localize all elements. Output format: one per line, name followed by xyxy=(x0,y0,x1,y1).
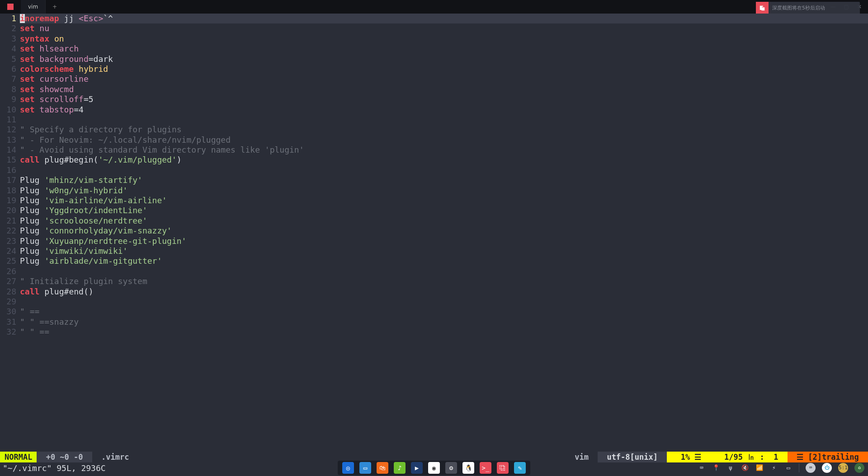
token-str: 'airblade/vim-gitgutter' xyxy=(44,256,162,266)
airline-mode: NORMAL xyxy=(0,452,37,462)
line-number: 9 xyxy=(0,94,18,104)
chrome-icon[interactable]: ◉ xyxy=(428,462,440,474)
qq-icon[interactable]: 🐧 xyxy=(462,462,474,474)
token-neut: Plug xyxy=(20,216,44,225)
token-kw: set xyxy=(20,84,35,94)
code-line[interactable]: inoremap jj <Esc>`^ xyxy=(20,14,868,23)
code-line[interactable]: Plug 'vimwiki/vimwiki' xyxy=(20,246,868,256)
token-kw: call xyxy=(20,287,39,296)
line-number: 28 xyxy=(0,287,18,297)
token-neut: Plug xyxy=(20,196,44,205)
code-line[interactable] xyxy=(20,115,868,125)
code-line[interactable]: call plug#begin('~/.vim/plugged') xyxy=(20,155,868,165)
usb-icon[interactable]: ψ xyxy=(726,464,735,472)
trash-icon[interactable]: ♻ xyxy=(854,463,864,473)
appstore-icon[interactable]: 🛍 xyxy=(377,462,388,474)
launcher-icon[interactable]: ◎ xyxy=(342,462,354,474)
line-number: 20 xyxy=(0,205,18,215)
code-line[interactable]: " Specify a directory for plugins xyxy=(20,125,868,135)
code-line[interactable]: " - Avoid using standard Vim directory n… xyxy=(20,145,868,155)
airline-git: +0 ~0 -0 xyxy=(37,452,92,462)
token-cmt: " Specify a directory for plugins xyxy=(20,125,182,134)
line-number: 32 xyxy=(0,327,18,337)
code-line[interactable]: " " ==snazzy xyxy=(20,317,868,327)
code-line[interactable] xyxy=(20,297,868,307)
new-tab-button[interactable]: + xyxy=(46,0,64,14)
code-line[interactable]: set tabstop=4 xyxy=(20,105,868,115)
code-line[interactable] xyxy=(20,165,868,175)
code-area[interactable]: inoremap jj <Esc>`^set nusyntax onset hl… xyxy=(20,14,868,337)
line-number: 27 xyxy=(0,276,18,286)
code-line[interactable]: Plug 'mhinz/vim-startify' xyxy=(20,175,868,185)
token-opt: background xyxy=(39,54,88,64)
line-number: 11 xyxy=(0,115,18,125)
location-icon[interactable]: 📍 xyxy=(712,464,720,472)
tab-vim[interactable]: vim xyxy=(21,0,46,14)
wifi-icon[interactable]: 📶 xyxy=(755,464,764,472)
airline-filename: .vimrc xyxy=(92,452,134,462)
code-line[interactable] xyxy=(20,266,868,276)
token-opt: <Esc> xyxy=(79,14,103,23)
keyboard-icon[interactable]: ⌨ xyxy=(698,464,706,472)
code-line[interactable]: set background=dark xyxy=(20,54,868,64)
editor-viewport[interactable]: 1234567891011121314151617181920212223242… xyxy=(0,14,868,448)
osk-icon[interactable]: ⌨ xyxy=(806,463,816,473)
code-line[interactable]: Plug 'Yggdroot/indentLine' xyxy=(20,205,868,215)
code-line[interactable]: " " == xyxy=(20,327,868,337)
code-line[interactable]: set nu xyxy=(20,23,868,33)
token-neut: Plug xyxy=(20,186,44,195)
code-line[interactable]: syntax on xyxy=(20,34,868,44)
code-line[interactable]: Plug 'airblade/vim-gitgutter' xyxy=(20,256,868,266)
clock-icon[interactable]: 15:16 xyxy=(838,463,848,473)
code-line[interactable]: call plug#end() xyxy=(20,287,868,297)
token-opt: hlsearch xyxy=(39,44,79,53)
terminal-icon[interactable]: >_ xyxy=(480,462,491,474)
line-number: 23 xyxy=(0,236,18,246)
line-number: 13 xyxy=(0,135,18,145)
code-line[interactable]: set hlsearch xyxy=(20,44,868,54)
code-line[interactable]: Plug 'w0ng/vim-hybrid' xyxy=(20,186,868,196)
line-number: 18 xyxy=(0,186,18,196)
settings-icon[interactable]: ⚙ xyxy=(445,462,457,474)
volume-icon[interactable]: 🔇 xyxy=(741,464,749,472)
bolt-icon[interactable]: ⚡ xyxy=(770,464,778,472)
screenshot-icon[interactable]: ⿻ xyxy=(497,462,509,474)
token-neut xyxy=(35,84,40,94)
code-line[interactable]: " - For Neovim: ~/.local/share/nvim/plug… xyxy=(20,135,868,145)
token-neut: plug#end() xyxy=(39,287,93,296)
code-line[interactable]: " == xyxy=(20,307,868,317)
code-line[interactable]: Plug 'connorholyday/vim-snazzy' xyxy=(20,226,868,236)
token-opt: showcmd xyxy=(39,84,74,94)
power-icon[interactable]: ⏻ xyxy=(822,463,832,473)
editor-icon[interactable]: ✎ xyxy=(514,462,526,474)
music-icon[interactable]: ♪ xyxy=(394,462,406,474)
code-line[interactable]: set cursorline xyxy=(20,74,868,84)
token-cmt: " Initialize plugin system xyxy=(20,276,147,286)
code-line[interactable]: Plug 'scrooloose/nerdtree' xyxy=(20,216,868,226)
line-number: 4 xyxy=(0,44,18,54)
line-number: 16 xyxy=(0,165,18,175)
code-line[interactable]: colorscheme hybrid xyxy=(20,64,868,74)
code-line[interactable]: Plug 'vim-airline/vim-airline' xyxy=(20,196,868,205)
token-cmt: " - For Neovim: ~/.local/share/nvim/plug… xyxy=(20,135,231,145)
code-line[interactable]: Plug 'Xuyuanp/nerdtree-git-plugin' xyxy=(20,236,868,246)
line-number: 17 xyxy=(0,175,18,185)
video-icon[interactable]: ▶ xyxy=(411,462,423,474)
token-neut: Plug xyxy=(20,205,44,215)
token-neut xyxy=(35,54,40,64)
show-desktop-icon[interactable]: ▭ xyxy=(784,464,793,472)
screenshot-notif-icon xyxy=(756,2,769,14)
line-number: 15 xyxy=(0,155,18,165)
os-dock: ◎▭🛍♪▶◉⚙🐧>_⿻✎ xyxy=(338,461,530,475)
line-number: 21 xyxy=(0,216,18,226)
token-str: '~/.vim/plugged' xyxy=(98,155,176,164)
line-number: 8 xyxy=(0,84,18,94)
code-line[interactable]: " Initialize plugin system xyxy=(20,276,868,286)
line-number: 29 xyxy=(0,297,18,307)
line-number: 10 xyxy=(0,105,18,115)
files-icon[interactable]: ▭ xyxy=(359,462,371,474)
token-cmt: " == xyxy=(20,307,39,316)
token-kw: set xyxy=(20,44,35,53)
code-line[interactable]: set showcmd xyxy=(20,84,868,94)
code-line[interactable]: set scrolloff=5 xyxy=(20,94,868,104)
